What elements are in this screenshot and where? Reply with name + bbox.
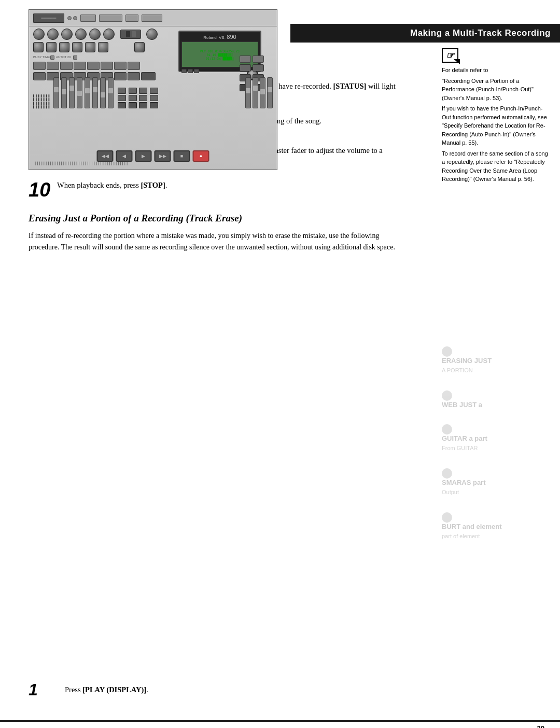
faded-sub-5: part of element (442, 533, 551, 540)
step-10: 10 When playback ends, press [STOP]. (29, 179, 402, 201)
final-step-content: Press [PLAY (DISPLAY)]. (65, 684, 148, 695)
faded-title-4: SMARAS part (442, 479, 551, 486)
note-icon: ☞ (442, 48, 551, 63)
faded-item-2: WEB JUST a (442, 390, 551, 409)
faded-icon-4 (442, 468, 452, 479)
sidebar-note-para-2: "Recording Over a Portion of a Performan… (442, 77, 551, 103)
header-title: Making a Multi-Track Recording (410, 28, 551, 38)
step-10-number: 10 (29, 179, 57, 201)
faded-icon-2 (442, 390, 452, 401)
step-10-content: When playback ends, press [STOP]. (57, 179, 167, 191)
faded-icon-1 (442, 346, 452, 357)
device-inner: ━━━━━━━━ (29, 10, 277, 170)
page-number: 39 (537, 724, 544, 728)
final-step-number: 1 (29, 681, 57, 699)
page-container: Making a Multi-Track Recording Making a … (0, 9, 560, 728)
faded-title-2: WEB JUST a (442, 401, 551, 409)
faded-icon-3 (442, 424, 452, 435)
sidebar-note: ☞ For details refer to "Recording Over a… (442, 48, 551, 186)
faded-item-5: BURT and element part of element (442, 512, 551, 540)
faded-sidebar-sections: ERASING JUST A PORTION WEB JUST a GUITAR… (442, 346, 551, 556)
sidebar-note-para-1: For details refer to (442, 66, 551, 75)
final-step: 1 Press [PLAY (DISPLAY)]. (29, 681, 148, 699)
faded-item-3: GUITAR a part From GUITAR (442, 424, 551, 453)
faded-sub-3: From GUITAR (442, 444, 551, 452)
page-header: Making a Multi-Track Recording (290, 24, 560, 43)
section-intro: If instead of re-recording the portion w… (29, 230, 402, 253)
faded-sub-4: Output (442, 488, 551, 496)
faded-sub-1: A PORTION (442, 367, 551, 374)
device-image: ━━━━━━━━ (29, 9, 277, 170)
faded-title-5: BURT and element (442, 523, 551, 530)
faded-title-3: GUITAR a part (442, 435, 551, 442)
sidebar-note-para-4: To record over the same section of a son… (442, 149, 551, 184)
note-icon-box: ☞ (442, 48, 458, 63)
device-model: 890 (227, 34, 236, 40)
device-brand: Roland (203, 35, 216, 40)
faded-icon-5 (442, 512, 452, 523)
faded-title-1: ERASING JUST (442, 357, 551, 365)
section-title: Erasing Just a Portion of a Recording (T… (29, 213, 402, 224)
faded-item-4: SMARAS part Output (442, 468, 551, 497)
page-bottom-border (0, 720, 560, 722)
sidebar-note-para-3: If you wish to have the Punch-In/Punch-O… (442, 104, 551, 147)
note-icon-symbol: ☞ (446, 49, 454, 63)
faded-item-1: ERASING JUST A PORTION (442, 346, 551, 375)
